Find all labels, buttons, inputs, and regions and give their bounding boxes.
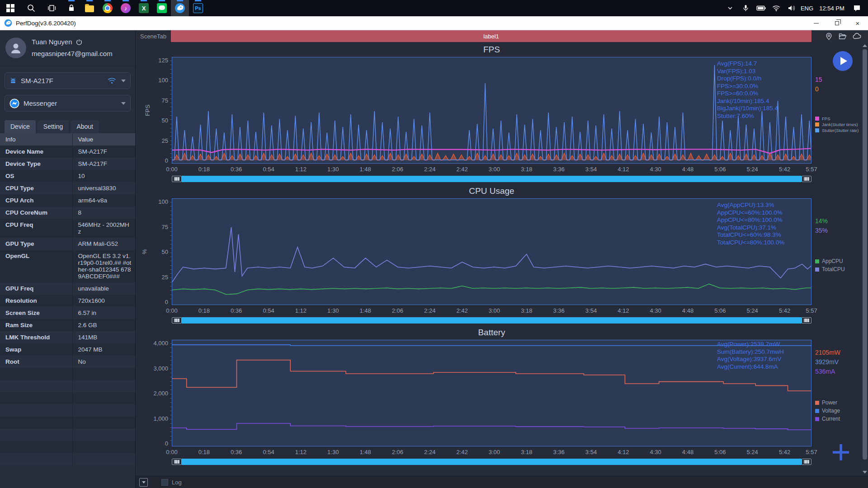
slider-left-handle[interactable] [172, 459, 182, 465]
perfdog-window-icon [4, 19, 12, 27]
stat-line: AppCPU<=80%:100.0% [717, 216, 804, 224]
fps-time-range-slider[interactable] [172, 176, 811, 182]
perfdog-icon [175, 3, 185, 14]
taskbar-photoshop[interactable]: Ps [189, 0, 207, 16]
add-chart-plus-icon[interactable] [830, 441, 852, 463]
minimize-button[interactable] [806, 16, 826, 30]
x-tick-label: 0:36 [231, 166, 242, 173]
slider-left-handle[interactable] [172, 176, 182, 182]
battery-chart-title: Battery [172, 328, 811, 340]
scroll-up-arrow-icon[interactable] [863, 44, 867, 47]
stat-line: Avg(AppCPU):13.3% [717, 202, 804, 209]
file-explorer-icon [85, 5, 94, 12]
close-button[interactable]: × [847, 16, 868, 30]
legend-item: Voltage [815, 407, 840, 415]
clock[interactable]: 12:54 PM [816, 0, 848, 16]
taskbar-excel[interactable]: X [135, 0, 153, 16]
volume-icon[interactable] [785, 0, 798, 16]
battery-side-panel: 2105mW3929mV536mA PowerVoltageCurrent [811, 340, 868, 446]
legend-label: FPS [822, 116, 830, 122]
cpu-y-axis-label: % [141, 249, 148, 254]
slider-right-handle[interactable] [802, 176, 811, 182]
legend-color-swatch [815, 259, 819, 263]
device-selector[interactable]: SM-A217F [5, 72, 131, 89]
x-tick-label: 3:54 [585, 449, 597, 455]
hidden-icons-chevron-icon[interactable] [723, 0, 737, 16]
bottom-bar: Log [136, 476, 868, 488]
taskbar-line[interactable] [153, 0, 171, 16]
vertical-scrollbar[interactable] [862, 42, 868, 476]
slider-left-handle[interactable] [172, 317, 182, 324]
task-view-button[interactable] [42, 0, 62, 16]
stat-line: Stutter:7.60% [717, 113, 804, 120]
slider-right-handle[interactable] [802, 459, 811, 465]
x-tick-label: 4:12 [618, 166, 629, 173]
app-name-value: Messenger [24, 99, 57, 107]
fps-legend: FPSJank(Stutter times)Stutter(Stutter ra… [815, 116, 859, 133]
restore-button[interactable] [826, 16, 847, 30]
stat-line: TotalCPU<=80%:100.0% [717, 239, 804, 247]
battery-y-axis: 01,0002,0003,0004,000 [136, 340, 172, 446]
notification-center-icon[interactable] [850, 0, 863, 16]
taskbar-itunes[interactable]: ♪ [117, 0, 135, 16]
x-tick-label: 5:24 [747, 166, 758, 173]
y-tick-label: 75 [162, 97, 168, 104]
battery-time-range-slider[interactable] [172, 459, 811, 465]
search-button[interactable] [21, 0, 42, 16]
x-tick-label: 3:18 [521, 449, 532, 455]
battery-icon[interactable] [754, 0, 768, 16]
collapse-log-button[interactable] [139, 478, 148, 487]
app-selector[interactable]: Messenger [5, 95, 131, 112]
slider-track[interactable] [182, 317, 802, 324]
scenetab-label: SceneTab [136, 30, 171, 42]
slider-right-handle[interactable] [802, 317, 811, 324]
chevron-down-icon [121, 102, 126, 105]
x-tick-label: 0:18 [198, 449, 210, 455]
taskbar-perfdog[interactable] [171, 0, 189, 16]
x-tick-label: 3:36 [553, 449, 564, 455]
y-tick-label: 100 [158, 198, 168, 205]
stat-line: Avg(FPS):14.7 [717, 60, 804, 68]
log-checkbox[interactable] [161, 479, 168, 486]
slider-track[interactable] [182, 176, 802, 182]
scroll-down-arrow-icon[interactable] [863, 471, 867, 474]
location-marker-icon[interactable] [825, 33, 833, 40]
tab-about[interactable]: About [71, 120, 99, 133]
record-play-button[interactable] [833, 51, 853, 71]
x-tick-label: 2:24 [424, 307, 435, 314]
x-tick-label: 3:36 [553, 166, 564, 173]
battery-plot: Avg(Power):2538.7mWSum(Battery):250.7mwH… [172, 340, 811, 446]
stat-line: AppCPU<=60%:100.0% [717, 209, 804, 217]
microphone-icon[interactable] [739, 0, 752, 16]
tab-setting[interactable]: Setting [38, 120, 69, 133]
slider-track[interactable] [182, 459, 802, 465]
wifi-icon[interactable] [769, 0, 783, 16]
start-button[interactable] [0, 0, 21, 16]
taskbar-store[interactable] [62, 0, 80, 16]
logout-power-icon[interactable] [76, 39, 82, 45]
x-tick-label: 5:57 [806, 166, 817, 173]
table-row: GPU Frequnavailable [0, 282, 135, 295]
x-tick-label: 2:06 [392, 449, 403, 455]
x-tick-label: 2:24 [424, 166, 435, 173]
taskbar-chrome[interactable] [99, 0, 117, 16]
value-cell: OpenGL ES 3.2 v1.r19p0-01rel0.## #other-… [72, 250, 135, 282]
user-name: Tuan Nguyen [32, 36, 72, 48]
folder-open-icon[interactable] [839, 33, 847, 40]
current-value: 14% [815, 216, 828, 226]
cpu-time-range-slider[interactable] [172, 317, 811, 324]
value-cell: 8 [72, 206, 135, 219]
current-value: 15 [815, 75, 822, 84]
taskbar-file-explorer[interactable] [80, 0, 99, 16]
tab-device[interactable]: Device [5, 120, 36, 133]
x-tick-label: 5:57 [806, 449, 817, 455]
scene-tab-label1[interactable]: label1 [171, 30, 811, 42]
x-tick-label: 1:48 [359, 449, 371, 455]
excel-icon: X [139, 3, 149, 13]
scrollbar-thumb[interactable] [863, 49, 867, 460]
cloud-icon[interactable] [853, 33, 862, 39]
y-tick-label: 75 [162, 224, 168, 230]
fps-plot: Avg(FPS):14.7Var(FPS):1.03Drop(FPS):0.0/… [172, 57, 811, 164]
table-row: Device TypeSM-A217F [0, 158, 135, 170]
language-indicator[interactable]: ENG [800, 0, 814, 16]
